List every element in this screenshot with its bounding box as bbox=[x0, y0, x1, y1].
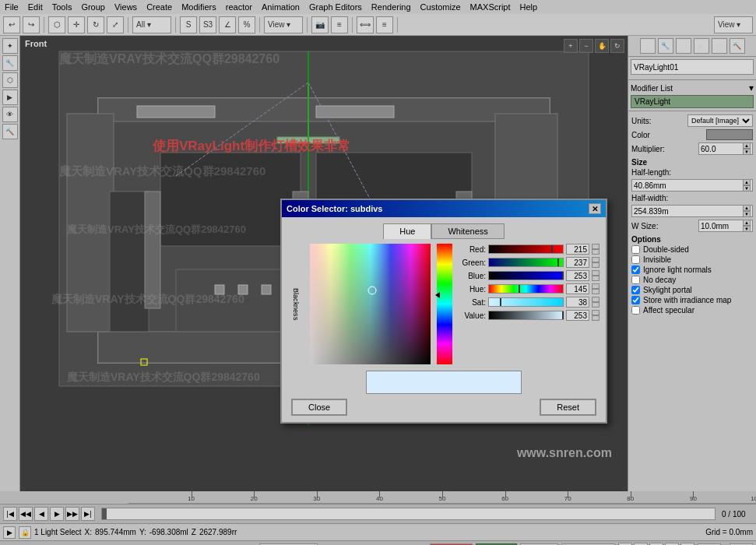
red-up[interactable]: ▲ bbox=[592, 244, 600, 249]
object-name-input[interactable] bbox=[631, 59, 754, 75]
panel-create-icon[interactable]: ✦ bbox=[640, 38, 656, 54]
channel-green-bar[interactable] bbox=[488, 258, 564, 267]
reset-button[interactable]: Reset bbox=[540, 399, 596, 416]
tl-prev-key[interactable]: ◀◀ bbox=[19, 507, 33, 521]
channel-green-input[interactable] bbox=[566, 257, 589, 268]
green-up[interactable]: ▲ bbox=[592, 257, 600, 262]
panel-display-icon[interactable]: 👁 bbox=[712, 38, 727, 54]
pb-start[interactable]: |◀ bbox=[618, 543, 632, 546]
channel-hue-bar[interactable] bbox=[488, 284, 564, 294]
channel-red-input[interactable] bbox=[566, 244, 589, 255]
vp-zoom-in[interactable]: + bbox=[564, 39, 578, 53]
channel-sat-bar[interactable] bbox=[488, 297, 564, 307]
hue-sat-picker[interactable] bbox=[310, 244, 431, 364]
modifier-item[interactable]: VRayLight bbox=[631, 95, 754, 108]
select-btn[interactable]: ⬡ bbox=[48, 16, 65, 33]
menu-tools[interactable]: Tools bbox=[51, 2, 74, 12]
pb-next[interactable]: ▶ bbox=[665, 543, 679, 546]
panel-modify-icon[interactable]: 🔧 bbox=[658, 38, 673, 54]
menu-help[interactable]: Help bbox=[519, 2, 540, 12]
scale-btn[interactable]: ⤢ bbox=[107, 16, 124, 33]
blue-up[interactable]: ▲ bbox=[592, 270, 600, 276]
half-width-input[interactable] bbox=[634, 207, 688, 216]
modifier-list-arrow[interactable]: ▾ bbox=[749, 83, 754, 93]
green-down[interactable]: ▼ bbox=[592, 262, 600, 268]
channel-value-bar[interactable] bbox=[488, 311, 564, 320]
opt-no-decay-cb[interactable] bbox=[631, 276, 640, 284]
close-button[interactable]: Close bbox=[291, 399, 347, 416]
menu-group[interactable]: Group bbox=[79, 2, 107, 12]
channel-blue-input[interactable] bbox=[566, 270, 589, 281]
menu-customize[interactable]: Customize bbox=[419, 2, 462, 12]
blue-down[interactable]: ▼ bbox=[592, 276, 600, 281]
move-btn[interactable]: ✛ bbox=[68, 16, 85, 33]
channel-red-bar[interactable] bbox=[488, 244, 564, 254]
panel-hierarchy-icon[interactable]: ⬡ bbox=[676, 38, 691, 54]
opt-invisible-cb[interactable] bbox=[631, 255, 640, 264]
timeline-slider[interactable] bbox=[101, 508, 716, 520]
channel-blue-bar[interactable] bbox=[488, 271, 564, 280]
tl-next-key[interactable]: ▶▶ bbox=[65, 507, 79, 521]
menu-reactor[interactable]: reactor bbox=[224, 2, 254, 12]
display-tool[interactable]: 👁 bbox=[2, 107, 18, 122]
pb-prev[interactable]: ◀ bbox=[634, 543, 648, 546]
multiplier-down[interactable]: ▼ bbox=[743, 149, 751, 155]
modify-tool[interactable]: 🔧 bbox=[2, 55, 18, 71]
vp-zoom-out[interactable]: − bbox=[579, 39, 593, 53]
channel-sat-input[interactable] bbox=[566, 297, 589, 308]
color-swatch[interactable] bbox=[706, 129, 753, 140]
menu-maxscript[interactable]: MAXScript bbox=[469, 2, 512, 12]
opt-skylight-portal-cb[interactable] bbox=[631, 286, 640, 294]
view-right-dropdown[interactable]: View ▾ bbox=[714, 16, 753, 33]
utility-tool[interactable]: 🔨 bbox=[2, 124, 18, 139]
tab-hue[interactable]: Hue bbox=[383, 223, 431, 239]
value-down[interactable]: ▼ bbox=[592, 315, 600, 321]
menu-animation[interactable]: Animation bbox=[260, 2, 301, 12]
angle-snap[interactable]: ∠ bbox=[219, 16, 236, 33]
rotate-btn[interactable]: ↻ bbox=[87, 16, 104, 33]
units-select[interactable]: Default [Image] bbox=[687, 114, 753, 127]
menu-graph-editors[interactable]: Graph Editors bbox=[308, 2, 364, 12]
pb-play[interactable]: ▶ bbox=[649, 543, 663, 546]
w-size-up[interactable]: ▲ bbox=[743, 220, 751, 226]
mirror-btn[interactable]: ⟺ bbox=[357, 16, 374, 33]
hue-up[interactable]: ▲ bbox=[592, 283, 600, 289]
redo-btn[interactable]: ↪ bbox=[23, 16, 40, 33]
multiplier-up[interactable]: ▲ bbox=[743, 142, 751, 149]
tab-whiteness[interactable]: Whiteness bbox=[431, 223, 504, 239]
snap-2d[interactable]: S bbox=[180, 16, 197, 33]
viewport-dropdown[interactable]: View ▾ bbox=[264, 16, 303, 33]
dialog-close-btn[interactable]: ✕ bbox=[589, 203, 601, 214]
vp-orbit[interactable]: ↻ bbox=[610, 39, 624, 53]
channel-hue-input[interactable] bbox=[566, 283, 589, 294]
w-size-input[interactable] bbox=[701, 222, 740, 230]
opt-store-irradiance-cb[interactable] bbox=[631, 296, 640, 304]
half-width-up[interactable]: ▲ bbox=[743, 205, 751, 211]
tl-play[interactable]: ▶ bbox=[50, 507, 64, 521]
panel-motion-icon[interactable]: ▶ bbox=[694, 38, 709, 54]
vp-pan[interactable]: ✋ bbox=[595, 39, 609, 53]
percent-snap[interactable]: % bbox=[238, 16, 255, 33]
red-down[interactable]: ▼ bbox=[592, 249, 600, 255]
create-tool[interactable]: ✦ bbox=[2, 38, 18, 54]
opt-double-sided-cb[interactable] bbox=[631, 245, 640, 254]
camera-btn[interactable]: 📷 bbox=[311, 16, 329, 33]
half-length-input[interactable] bbox=[634, 181, 688, 190]
multiplier-input[interactable] bbox=[701, 145, 740, 153]
menu-rendering[interactable]: Rendering bbox=[370, 2, 413, 12]
hue-bar[interactable] bbox=[437, 244, 452, 364]
tl-play-back[interactable]: ◀ bbox=[34, 507, 48, 521]
undo-btn[interactable]: ↩ bbox=[3, 16, 20, 33]
channel-value-input[interactable] bbox=[566, 310, 589, 321]
tl-prev-frame[interactable]: |◀ bbox=[3, 507, 17, 521]
menu-modifiers[interactable]: Modifiers bbox=[180, 2, 218, 12]
sat-down[interactable]: ▼ bbox=[592, 302, 600, 308]
opt-ignore-normals-cb[interactable] bbox=[631, 265, 640, 274]
align-btn[interactable]: ≡ bbox=[376, 16, 393, 33]
selection-filter[interactable]: All ▾ bbox=[132, 16, 171, 33]
half-length-down[interactable]: ▼ bbox=[743, 185, 751, 192]
panel-utility-icon[interactable]: 🔨 bbox=[730, 38, 745, 54]
named-sel[interactable]: ≡ bbox=[331, 16, 348, 33]
hierarchy-tool[interactable]: ⬡ bbox=[2, 72, 18, 88]
half-width-down[interactable]: ▼ bbox=[743, 211, 751, 217]
